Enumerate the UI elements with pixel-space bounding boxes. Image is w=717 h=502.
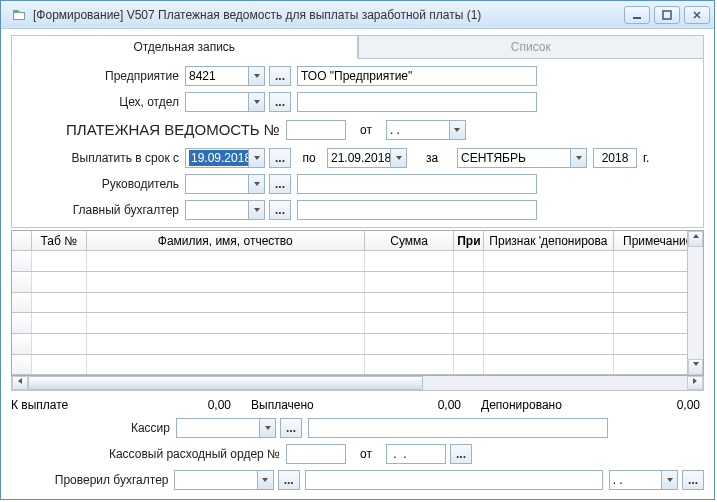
chevron-down-icon — [390, 149, 406, 167]
table-row[interactable] — [12, 251, 703, 272]
label-cash-order: Кассовый расходный ордер № — [11, 447, 286, 461]
window-title: [Формирование] V507 Платежная ведомость … — [33, 8, 624, 22]
label-chief-accountant: Главный бухгалтер — [20, 203, 185, 217]
tab-list[interactable]: Список — [358, 35, 705, 59]
chief-name-input[interactable] — [297, 200, 537, 220]
label-checked: Проверил бухгалтер — [11, 473, 174, 487]
value-paid: 0,00 — [321, 398, 461, 412]
horizontal-scrollbar[interactable] — [11, 376, 704, 391]
label-for: за — [407, 151, 457, 165]
order-date-input[interactable] — [386, 444, 446, 464]
chevron-down-icon — [259, 419, 275, 437]
label-order-from: от — [346, 447, 386, 461]
date-from-picker[interactable]: 19.09.2018 — [185, 148, 265, 168]
chevron-down-icon — [248, 175, 264, 193]
chevron-down-icon — [248, 201, 264, 219]
checked-name-input[interactable] — [305, 470, 602, 490]
maximize-button[interactable] — [654, 6, 680, 24]
manager-lookup-button[interactable]: ... — [269, 174, 291, 194]
table-row[interactable] — [12, 293, 703, 314]
checked-code-combo[interactable] — [174, 470, 273, 490]
cashier-lookup-button[interactable]: ... — [280, 418, 302, 438]
scroll-right-button[interactable] — [687, 376, 703, 390]
label-pay-by: Выплатить в срок с — [20, 151, 185, 165]
grid-header: Таб № Фамилия, имя, отчество Сумма При П… — [12, 231, 703, 252]
label-from-date: от — [346, 123, 386, 137]
col-tab-no[interactable]: Таб № — [32, 231, 87, 251]
value-deposited: 0,00 — [571, 398, 704, 412]
checked-date-picker[interactable]: . . — [609, 470, 679, 490]
doc-number-input[interactable] — [286, 120, 346, 140]
scroll-track[interactable] — [28, 376, 687, 390]
minimize-button[interactable] — [624, 6, 650, 24]
chevron-down-icon — [570, 149, 586, 167]
label-deposited: Депонировано — [461, 398, 571, 412]
tab-bar: Отдельная запись Список — [11, 35, 704, 59]
label-to: по — [291, 151, 327, 165]
label-cashier: Кассир — [11, 421, 176, 435]
table-row[interactable] — [12, 355, 703, 376]
tab-single-record[interactable]: Отдельная запись — [11, 35, 358, 59]
grid-corner — [12, 231, 32, 251]
vertical-scrollbar[interactable] — [687, 231, 703, 375]
svg-rect-1 — [663, 11, 671, 19]
label-to-pay: К выплате — [11, 398, 91, 412]
scroll-thumb[interactable] — [28, 376, 423, 390]
col-sum[interactable]: Сумма — [365, 231, 454, 251]
date-to-picker[interactable]: 21.09.2018 — [327, 148, 407, 168]
date-from-lookup-button[interactable]: ... — [269, 148, 291, 168]
form-area: Предприятие 8421 ... Цех, отдел ... — [11, 59, 704, 228]
content-area: Отдельная запись Список Предприятие 8421… — [1, 29, 714, 499]
label-dept: Цех, отдел — [20, 95, 185, 109]
label-manager: Руководитель — [20, 177, 185, 191]
titlebar: [Формирование] V507 Платежная ведомость … — [1, 1, 714, 29]
col-fio[interactable]: Фамилия, имя, отчество — [87, 231, 365, 251]
app-icon — [11, 7, 27, 23]
document-heading: ПЛАТЕЖНАЯ ВЕДОМОСТЬ № — [66, 121, 280, 138]
chevron-down-icon — [248, 93, 264, 111]
chief-lookup-button[interactable]: ... — [269, 200, 291, 220]
app-window: [Формирование] V507 Платежная ведомость … — [0, 0, 715, 500]
table-row[interactable] — [12, 272, 703, 293]
table-row[interactable] — [12, 313, 703, 334]
window-buttons — [624, 6, 710, 24]
svg-rect-0 — [633, 17, 641, 19]
scroll-left-button[interactable] — [12, 376, 28, 390]
cashier-code-combo[interactable] — [176, 418, 276, 438]
summary-row: К выплате 0,00 Выплачено 0,00 Депонирова… — [11, 395, 704, 415]
month-combo[interactable]: СЕНТЯБРЬ — [457, 148, 587, 168]
scroll-up-button[interactable] — [688, 231, 703, 247]
checked-lookup-button[interactable]: ... — [278, 470, 300, 490]
dept-name-input[interactable] — [297, 92, 537, 112]
label-year-suffix: г. — [637, 151, 649, 165]
order-no-input[interactable] — [286, 444, 346, 464]
chevron-down-icon — [449, 121, 465, 139]
chief-code-combo[interactable] — [185, 200, 265, 220]
label-paid: Выплачено — [231, 398, 321, 412]
value-to-pay: 0,00 — [91, 398, 231, 412]
cashier-name-input[interactable] — [308, 418, 608, 438]
chevron-down-icon — [248, 149, 264, 167]
table-row[interactable] — [12, 334, 703, 355]
enterprise-lookup-button[interactable]: ... — [269, 66, 291, 86]
chevron-down-icon — [257, 471, 273, 489]
close-button[interactable] — [684, 6, 710, 24]
col-dep[interactable]: Признак 'депонирова — [484, 231, 613, 251]
checked-date-lookup-button[interactable]: ... — [682, 470, 704, 490]
order-lookup-button[interactable]: ... — [450, 444, 472, 464]
col-pri[interactable]: При — [454, 231, 484, 251]
manager-code-combo[interactable] — [185, 174, 265, 194]
dept-lookup-button[interactable]: ... — [269, 92, 291, 112]
bottom-area: Кассир ... Кассовый расходный ордер № от… — [11, 417, 704, 491]
chevron-down-icon — [661, 471, 677, 489]
enterprise-name-input[interactable] — [297, 66, 537, 86]
label-enterprise: Предприятие — [20, 69, 185, 83]
year-input[interactable] — [593, 148, 637, 168]
enterprise-code-combo[interactable]: 8421 — [185, 66, 265, 86]
manager-name-input[interactable] — [297, 174, 537, 194]
scroll-down-button[interactable] — [688, 359, 703, 375]
doc-date-picker[interactable]: . . — [386, 120, 466, 140]
data-grid[interactable]: Таб № Фамилия, имя, отчество Сумма При П… — [11, 230, 704, 376]
chevron-down-icon — [248, 67, 264, 85]
dept-code-combo[interactable] — [185, 92, 265, 112]
